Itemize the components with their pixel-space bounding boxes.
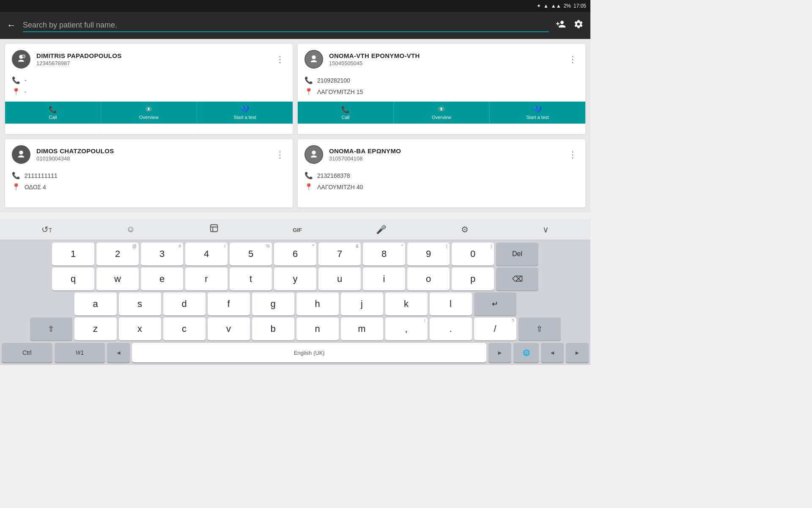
keyboard-bottom-row: Ctrl !#1 ◄ English (UK) ► 🌐 ◄ ► [0, 342, 590, 365]
key-9[interactable]: (9 [407, 243, 450, 265]
test-label-2: Start a test [526, 115, 549, 120]
card-details-2: 📞 2109282100 📍 ΛΑΓΟΥΜΙΤΖΗ 15 [298, 72, 585, 102]
patient-card-1: DIMITRIS PAPADOPOULOS 12345678987 ⋮ 📞 - … [5, 44, 293, 134]
call-label-2: Call [342, 115, 350, 120]
start-test-button-1[interactable]: 💙 Start a test [197, 102, 293, 124]
phone-value-2: 2109282100 [317, 77, 350, 84]
key-f[interactable]: f [208, 293, 250, 315]
key-g[interactable]: g [252, 293, 294, 315]
svg-rect-5 [210, 225, 217, 232]
address-value-1: - [25, 88, 27, 95]
key-p[interactable]: p [452, 268, 494, 290]
battery-level: 2% [564, 3, 571, 9]
key-6[interactable]: ^6 [274, 243, 316, 265]
location-icon-2: 📍 [304, 88, 312, 96]
start-test-button-2[interactable]: 💙 Start a test [490, 102, 585, 124]
key-comma[interactable]: !, [385, 318, 428, 340]
more-menu-3[interactable]: ⋮ [274, 148, 286, 161]
spacebar[interactable]: English (UK) [132, 343, 486, 362]
patient-id-4: 31057004108 [329, 155, 561, 162]
overview-button-1[interactable]: 👁 Overview [101, 102, 197, 124]
search-input[interactable] [23, 19, 549, 32]
key-l[interactable]: l [430, 293, 472, 315]
translate-icon[interactable]: ↺T [36, 221, 58, 238]
address-value-3: ΟΔΟΣ 4 [25, 184, 46, 190]
avatar-1 [12, 50, 30, 69]
more-menu-1[interactable]: ⋮ [274, 52, 286, 66]
search-bar: ← [0, 12, 590, 39]
shift-left-key[interactable]: ⇧ [30, 318, 72, 340]
settings-icon[interactable] [573, 19, 584, 32]
key-z[interactable]: z [74, 318, 117, 340]
backspace-key[interactable]: ⌫ [496, 268, 538, 290]
ctrl-key[interactable]: Ctrl [2, 343, 52, 362]
key-u[interactable]: u [318, 268, 361, 290]
collapse-keyboard-icon[interactable]: ∨ [538, 221, 554, 238]
key-v[interactable]: v [208, 318, 250, 340]
key-y[interactable]: y [274, 268, 316, 290]
nav-left-key[interactable]: ◄ [541, 343, 564, 362]
svg-point-4 [312, 151, 315, 155]
key-w[interactable]: w [96, 268, 139, 290]
key-e[interactable]: e [141, 268, 183, 290]
key-q[interactable]: q [52, 268, 94, 290]
call-button-2[interactable]: 📞 Call [298, 102, 394, 124]
key-r[interactable]: r [185, 268, 228, 290]
key-k[interactable]: k [385, 293, 428, 315]
key-i[interactable]: i [363, 268, 405, 290]
gif-icon[interactable]: GIF [288, 221, 307, 237]
lang-right-key[interactable]: ► [488, 343, 511, 362]
key-j[interactable]: j [341, 293, 383, 315]
microphone-icon[interactable]: 🎤 [371, 221, 392, 238]
key-7[interactable]: &7 [318, 243, 361, 265]
sticker-icon[interactable] [204, 220, 224, 238]
key-1[interactable]: 1 [52, 243, 94, 265]
key-s[interactable]: s [119, 293, 161, 315]
key-m[interactable]: m [341, 318, 383, 340]
avatar-4 [304, 145, 323, 164]
key-n[interactable]: n [296, 318, 339, 340]
asdf-row: a s d f g h j k l ↵ [2, 293, 589, 315]
svg-point-2 [312, 55, 315, 59]
overview-icon-1: 👁 [145, 106, 152, 113]
key-x[interactable]: x [119, 318, 161, 340]
patient-card-2: ΟΝΟΜΑ-VTH ΕPONYMO-VTH 15045505045 ⋮ 📞 21… [298, 44, 585, 134]
key-d[interactable]: d [163, 293, 206, 315]
key-period[interactable]: . [430, 318, 472, 340]
more-menu-2[interactable]: ⋮ [567, 52, 579, 66]
enter-key[interactable]: ↵ [474, 293, 516, 315]
shift-right-key[interactable]: ⇧ [518, 318, 561, 340]
key-o[interactable]: o [407, 268, 450, 290]
emoji-icon[interactable]: ☺ [121, 221, 140, 237]
add-user-icon[interactable] [556, 19, 566, 32]
patient-id-1: 12345678987 [36, 60, 268, 66]
overview-button-2[interactable]: 👁 Overview [394, 102, 490, 124]
key-2[interactable]: @2 [96, 243, 139, 265]
key-h[interactable]: h [296, 293, 339, 315]
patient-name-1: DIMITRIS PAPADOPOULOS [36, 52, 268, 59]
key-c[interactable]: c [163, 318, 206, 340]
phone-value-3: 2111111111 [25, 172, 58, 179]
key-0[interactable]: )0 [452, 243, 494, 265]
key-a[interactable]: a [74, 293, 117, 315]
key-question[interactable]: ?/ [474, 318, 516, 340]
key-t[interactable]: t [230, 268, 272, 290]
key-5[interactable]: %5 [230, 243, 272, 265]
keyboard-toolbar: ↺T ☺ GIF 🎤 ⚙ ∨ [0, 219, 590, 240]
more-menu-4[interactable]: ⋮ [567, 148, 579, 161]
key-4[interactable]: /4 [185, 243, 228, 265]
status-bar: ✦ ▲ ▲▲ 2% 17:05 [0, 0, 590, 12]
patient-id-3: 01019004348 [36, 155, 268, 162]
keyboard-settings-icon[interactable]: ⚙ [456, 221, 474, 238]
lang-left-key[interactable]: ◄ [107, 343, 130, 362]
del-key[interactable]: Del [496, 243, 538, 265]
call-button-1[interactable]: 📞 Call [5, 102, 101, 124]
key-b[interactable]: b [252, 318, 294, 340]
key-3[interactable]: #3 [141, 243, 183, 265]
nav-right-key[interactable]: ► [566, 343, 589, 362]
globe-key[interactable]: 🌐 [513, 343, 539, 362]
symbol-key[interactable]: !#1 [55, 343, 105, 362]
phone-icon-3: 📞 [12, 171, 19, 179]
key-8[interactable]: *8 [363, 243, 405, 265]
back-button[interactable]: ← [7, 20, 16, 31]
